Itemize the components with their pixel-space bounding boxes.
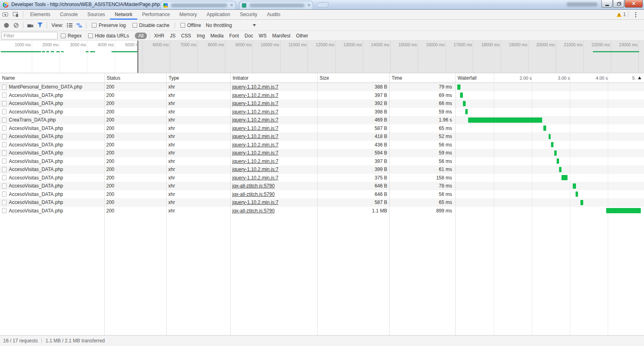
initiator-link[interactable]: jquery-1.10.2.min.js:7 [232, 159, 279, 164]
size-cell: 436 B [317, 141, 389, 149]
show-overview-toggle[interactable] [74, 21, 84, 30]
record-button[interactable] [2, 21, 11, 30]
offline-checkbox[interactable] [180, 23, 185, 28]
table-row[interactable]: AccesoVisitas_DATA.php200xhrjquery-1.10.… [0, 108, 644, 116]
tab-application[interactable]: Application [202, 10, 235, 20]
initiator-link[interactable]: jquery-1.10.2.min.js:7 [232, 126, 279, 131]
initiator-link[interactable]: jquery-1.10.2.min.js:7 [232, 84, 279, 90]
initiator-link[interactable]: jquery-1.10.2.min.js:7 [232, 101, 279, 106]
table-row[interactable]: AccesoVisitas_DATA.php200xhrjqx-all-ztit… [0, 207, 644, 215]
column-header-time[interactable]: Time [389, 73, 455, 82]
tab-performance[interactable]: Performance [137, 10, 175, 20]
kebab-menu-button[interactable] [630, 10, 641, 19]
filter-pill-xhr[interactable]: XHR [154, 33, 164, 39]
regex-checkbox[interactable] [61, 33, 66, 38]
table-row[interactable]: CreaTrans_DATA.php200xhrjquery-1.10.2.mi… [0, 116, 644, 124]
close-button[interactable]: ✕ [625, 0, 643, 8]
initiator-link[interactable]: jquery-1.10.2.min.js:7 [232, 167, 279, 172]
warning-count[interactable]: 1 [623, 12, 626, 17]
table-row[interactable]: AccesoVisitas_DATA.php200xhrjquery-1.10.… [0, 141, 644, 149]
throttling-value: No throttling [206, 23, 232, 28]
initiator-link[interactable]: jquery-1.10.2.min.js:7 [232, 93, 279, 98]
column-header-status[interactable]: Status [104, 73, 166, 82]
hide-data-urls-checkbox[interactable] [88, 33, 93, 38]
overview-unselected-region[interactable]: 6000 ms7000 ms8000 ms9000 ms10000 ms1100… [138, 41, 644, 73]
filter-pill-css[interactable]: CSS [181, 33, 191, 39]
column-header-type[interactable]: Type [166, 73, 230, 82]
filter-pill-all[interactable]: All [135, 33, 147, 39]
table-row[interactable]: AccesoVisitas_DATA.php200xhrjquery-1.10.… [0, 91, 644, 100]
filter-pill-media[interactable]: Media [211, 33, 224, 39]
status-cell: 200 [104, 83, 166, 91]
initiator-link[interactable]: jqx-all-ztitch.js:5790 [232, 192, 275, 197]
initiator-link[interactable]: jquery-1.10.2.min.js:7 [232, 109, 279, 115]
size-cell: 587 B [317, 198, 389, 207]
request-name-cell: AccesoVisitas_DATA.php [0, 132, 104, 141]
window-titlebar[interactable]: Developer Tools - http://chronos/WEB_ASI… [0, 0, 644, 10]
initiator-link[interactable]: jquery-1.10.2.min.js:7 [232, 175, 279, 181]
disable-cache-checkbox[interactable] [132, 23, 137, 28]
filter-pill-img[interactable]: Img [197, 33, 205, 39]
filter-pill-js[interactable]: JS [170, 33, 175, 39]
tab-close-icon[interactable]: × [230, 3, 233, 8]
background-browser-tab[interactable]: × [239, 1, 313, 9]
table-row[interactable]: MantPersonal_Externo_DATA.php200xhrjquer… [0, 83, 644, 91]
filter-button[interactable] [35, 21, 45, 30]
request-name-cell: AccesoVisitas_DATA.php [0, 182, 104, 190]
inspect-element-button[interactable] [0, 10, 10, 19]
table-row[interactable]: AccesoVisitas_DATA.php200xhrjquery-1.10.… [0, 198, 644, 207]
minimize-button[interactable] [601, 0, 613, 8]
filter-pill-font[interactable]: Font [229, 33, 239, 39]
initiator-link[interactable]: jquery-1.10.2.min.js:7 [232, 134, 279, 139]
initiator-link[interactable]: jquery-1.10.2.min.js:7 [232, 150, 279, 156]
tab-sources[interactable]: Sources [83, 10, 110, 20]
column-header-initiator[interactable]: Initiator [230, 73, 317, 82]
tab-audits[interactable]: Audits [262, 10, 285, 20]
new-tab-button[interactable] [316, 2, 329, 7]
overview-selected-region[interactable]: 1000 ms2000 ms3000 ms4000 ms5000 ms [0, 41, 137, 73]
overview-gridline [142, 41, 142, 73]
column-header-size[interactable]: Size [317, 73, 389, 82]
overview-divider-handle[interactable] [137, 41, 138, 73]
initiator-link[interactable]: jquery-1.10.2.min.js:7 [232, 200, 279, 205]
column-header-waterfall[interactable]: Waterfall2.00 s3.00 s4.00 s5. [455, 73, 644, 82]
tab-network[interactable]: Network [110, 10, 137, 20]
clear-button[interactable] [11, 21, 21, 30]
background-browser-tab[interactable]: × [161, 1, 236, 9]
initiator-link[interactable]: jqx-all-ztitch.js:5790 [232, 183, 275, 189]
screenshot-button[interactable] [25, 21, 35, 30]
table-row[interactable]: AccesoVisitas_DATA.php200xhrjqx-all-ztit… [0, 182, 644, 190]
tab-memory[interactable]: Memory [175, 10, 202, 20]
tab-console[interactable]: Console [55, 10, 83, 20]
size-cell: 646 B [317, 190, 389, 199]
filter-pill-other[interactable]: Other [296, 33, 308, 39]
filter-pill-ws[interactable]: WS [259, 33, 266, 39]
tab-elements[interactable]: Elements [25, 10, 55, 20]
waterfall-bar [468, 117, 542, 123]
tab-security[interactable]: Security [235, 10, 262, 20]
table-row[interactable]: AccesoVisitas_DATA.php200xhrjquery-1.10.… [0, 157, 644, 166]
table-row[interactable]: AccesoVisitas_DATA.php200xhrjquery-1.10.… [0, 149, 644, 157]
initiator-link[interactable]: jquery-1.10.2.min.js:7 [232, 117, 279, 123]
filter-pill-doc[interactable]: Doc [245, 33, 253, 39]
maximize-button[interactable] [613, 0, 624, 8]
initiator-link[interactable]: jquery-1.10.2.min.js:7 [232, 142, 279, 148]
table-row[interactable]: AccesoVisitas_DATA.php200xhrjquery-1.10.… [0, 99, 644, 108]
filter-pill-manifest[interactable]: Manifest [272, 33, 290, 39]
waterfall-cell [455, 99, 644, 108]
throttling-select[interactable]: No throttling [206, 23, 256, 28]
device-toolbar-button[interactable] [10, 10, 21, 19]
warning-icon[interactable] [617, 12, 621, 17]
large-rows-toggle[interactable] [65, 21, 74, 30]
table-row[interactable]: AccesoVisitas_DATA.php200xhrjqx-all-ztit… [0, 190, 644, 199]
initiator-link[interactable]: jqx-all-ztitch.js:5790 [232, 208, 275, 214]
column-header-name[interactable]: Name [0, 73, 104, 82]
table-row[interactable]: AccesoVisitas_DATA.php200xhrjquery-1.10.… [0, 174, 644, 182]
table-row[interactable]: AccesoVisitas_DATA.php200xhrjquery-1.10.… [0, 165, 644, 174]
table-row[interactable]: AccesoVisitas_DATA.php200xhrjquery-1.10.… [0, 132, 644, 141]
preserve-log-checkbox[interactable] [92, 23, 97, 28]
tab-close-icon[interactable]: × [308, 3, 310, 8]
table-row[interactable]: AccesoVisitas_DATA.php200xhrjquery-1.10.… [0, 124, 644, 133]
filter-input[interactable] [1, 32, 58, 39]
timeline-overview[interactable]: 1000 ms2000 ms3000 ms4000 ms5000 ms 6000… [0, 41, 644, 73]
